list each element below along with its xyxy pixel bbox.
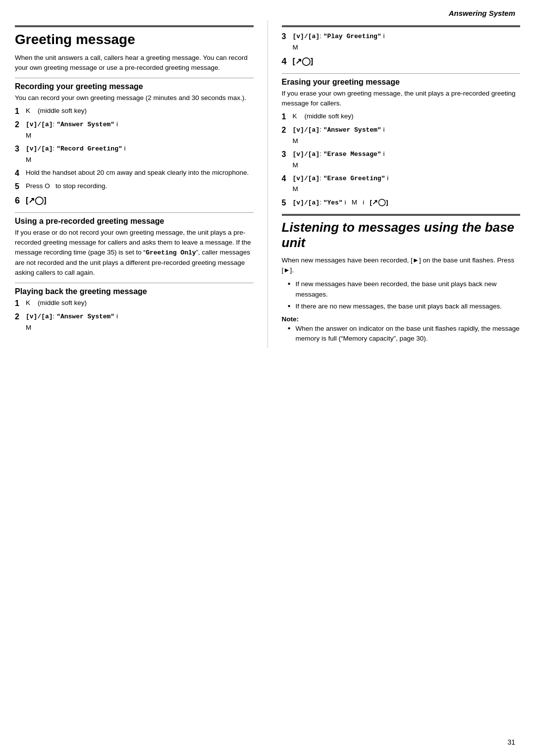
top-divider-left bbox=[15, 25, 254, 27]
step-erase-1-text: K (middle soft key) bbox=[293, 112, 354, 120]
step-rec-3: 3 [v]/[a]: "Record Greeting" i M bbox=[15, 144, 254, 166]
step-erase-5: 5 [v]/[a]: "Yes" i M i [↗◯] bbox=[282, 198, 521, 209]
page-footer: 31 bbox=[507, 738, 515, 746]
right-column: 3 [v]/[a]: "Play Greeting" i M 4 [↗◯] Er… bbox=[268, 20, 521, 348]
step-rec-6: 6 [↗◯] bbox=[15, 195, 254, 207]
note-bullets: When the answer on indicator on the base… bbox=[282, 324, 521, 344]
step-rec-1-text: K (middle soft key) bbox=[26, 107, 87, 114]
intro-text: When the unit answers a call, callers he… bbox=[15, 53, 254, 73]
note-bullet-1: When the answer on indicator on the base… bbox=[288, 324, 521, 344]
page: Answering System Greeting message When t… bbox=[0, 0, 535, 756]
heading-playback: Playing back the greeting message bbox=[15, 287, 254, 296]
divider-listening bbox=[282, 214, 521, 216]
step-rec-4: 4 Hold the handset about 20 cm away and … bbox=[15, 168, 254, 179]
main-title: Greeting message bbox=[15, 31, 254, 48]
step-rec-1: 1 K (middle soft key) bbox=[15, 106, 254, 117]
step-erase-3: 3 [v]/[a]: "Erase Message" i M bbox=[282, 149, 521, 171]
left-column: Greeting message When the unit answers a… bbox=[15, 20, 268, 348]
step-play-2: 2 [v]/[a]: "Answer System" i M bbox=[15, 311, 254, 334]
step-playback-4-bracket: [↗◯] bbox=[293, 57, 314, 65]
body-recording: You can record your own greeting message… bbox=[15, 93, 254, 103]
step-rec-5-text: Press O to stop recording. bbox=[26, 182, 107, 190]
header-title: Answering System bbox=[449, 9, 515, 17]
divider-playback bbox=[15, 283, 254, 283]
heading-prerecorded: Using a pre-recorded greeting message bbox=[15, 217, 254, 226]
bullet-no-new-messages: If there are no new messages, the base u… bbox=[288, 302, 521, 311]
step-playback-4: 4 [↗◯] bbox=[282, 55, 521, 68]
step-rec-4-text: Hold the handset about 20 cm away and sp… bbox=[26, 169, 249, 176]
page-number: 31 bbox=[507, 738, 515, 746]
step-rec-5: 5 Press O to stop recording. bbox=[15, 181, 254, 193]
page-header: Answering System bbox=[0, 0, 535, 20]
step-play-1: 1 K (middle soft key) bbox=[15, 298, 254, 309]
step-rec-6-bracket: [↗◯] bbox=[26, 196, 47, 204]
divider-prerecorded bbox=[15, 212, 254, 213]
body-erasing: If you erase your own greeting message, … bbox=[282, 89, 521, 109]
step-erase-2: 2 [v]/[a]: "Answer System" i M bbox=[282, 125, 521, 147]
step-erase-4: 4 [v]/[a]: "Erase Greeting" i M bbox=[282, 173, 521, 196]
bullet-new-messages: If new messages have been recorded, the … bbox=[288, 279, 521, 300]
step-rec-2: 2 [v]/[a]: "Answer System" i M bbox=[15, 119, 254, 142]
step-playback-3: 3 [v]/[a]: "Play Greeting" i M bbox=[282, 31, 521, 53]
step-play-1-text: K (middle soft key) bbox=[26, 299, 87, 306]
heading-erasing: Erasing your greeting message bbox=[282, 78, 521, 87]
listening-body: When new messages have been recorded, [►… bbox=[282, 255, 521, 276]
divider-recording bbox=[15, 78, 254, 78]
note-label: Note: bbox=[282, 315, 521, 323]
listening-title: Listening to messages using the base uni… bbox=[282, 220, 521, 251]
divider-erasing bbox=[282, 73, 521, 74]
heading-recording: Recording your greeting message bbox=[15, 82, 254, 91]
body-prerecorded: If you erase or do not record your own g… bbox=[15, 228, 254, 278]
step-erase-1: 1 K (middle soft key) bbox=[282, 111, 521, 123]
top-divider-right bbox=[282, 25, 521, 27]
listening-bullets: If new messages have been recorded, the … bbox=[282, 279, 521, 311]
